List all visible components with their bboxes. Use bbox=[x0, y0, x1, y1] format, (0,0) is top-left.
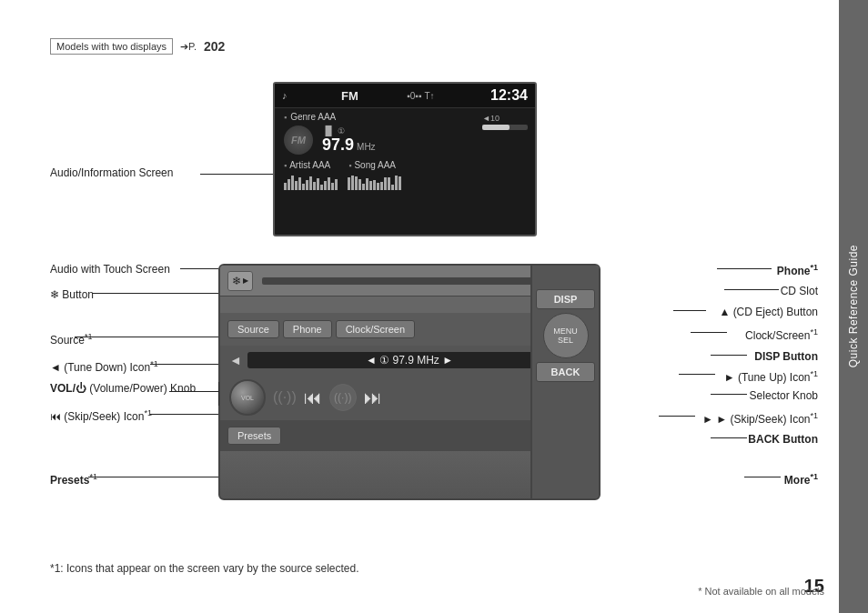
eq-bar-30 bbox=[399, 176, 401, 190]
screen-volume-fill bbox=[482, 125, 510, 130]
audio-information-screen-text: Audio/Information Screen bbox=[50, 166, 173, 179]
eq-bar-20 bbox=[362, 184, 365, 190]
skip-left-icon: ⏮ bbox=[50, 410, 64, 423]
eq-bar-1 bbox=[284, 183, 287, 190]
screen-fm-label: FM bbox=[341, 89, 358, 103]
screen-genre-text: Genre AAA bbox=[290, 112, 336, 122]
screen-volume-area: ◄10 bbox=[482, 114, 528, 130]
eq-bar-21 bbox=[366, 178, 368, 190]
badge-arrow: ➔P. bbox=[180, 41, 197, 53]
skip-seek-left-label: ⏮ (Skip/Seek) Icon*1 bbox=[50, 408, 152, 423]
line-tune-down bbox=[150, 364, 218, 365]
source-button[interactable]: Source bbox=[227, 320, 279, 338]
line-presets bbox=[88, 477, 218, 477]
cd-eject-text: (CD Eject) Button bbox=[733, 306, 818, 318]
tune-down-icon[interactable]: ◄ bbox=[229, 353, 242, 367]
line-tune-up bbox=[679, 374, 715, 375]
line-audio-screen bbox=[200, 174, 273, 175]
sel-label: SEL bbox=[558, 336, 573, 345]
more-superscript: *1 bbox=[810, 472, 818, 481]
eq-bar-13 bbox=[328, 177, 330, 190]
phone-button[interactable]: Phone bbox=[283, 320, 332, 338]
arrow-right-icon: ▶ bbox=[243, 276, 248, 285]
presets-button[interactable]: Presets bbox=[227, 427, 281, 445]
screen-artist-song-row: ▪ Artist AAA ▪ Song AAA bbox=[284, 160, 526, 170]
clock-screen-button[interactable]: Clock/Screen bbox=[336, 320, 415, 338]
sidebar-label: Quick Reference Guide bbox=[847, 245, 860, 367]
footnote-text: *1: Icons that appear on the screen vary… bbox=[50, 562, 359, 575]
tune-down-text: (Tune Down) Icon bbox=[64, 361, 150, 374]
eq-bar-7 bbox=[306, 180, 308, 190]
skip-right-text: (Skip/Seek) Icon bbox=[730, 413, 810, 426]
disp-button-label: DISP Button bbox=[754, 350, 818, 363]
skip-seek-right-label: ► ► (Skip/Seek) Icon*1 bbox=[702, 411, 818, 426]
skip-seek-right-icon[interactable]: ⏭ bbox=[364, 387, 382, 408]
clock-screen-label: Clock/Screen*1 bbox=[745, 327, 818, 342]
snowflake-button-label: ❄ Button bbox=[50, 288, 94, 301]
center-antenna-icon: ((·)) bbox=[329, 384, 357, 411]
eq-bar-29 bbox=[395, 176, 398, 190]
not-available-notice: * Not available on all models bbox=[698, 586, 824, 597]
line-snowflake bbox=[93, 293, 218, 294]
eq-bar-26 bbox=[384, 177, 387, 190]
phone-label: Phone*1 bbox=[777, 263, 818, 277]
audio-touch-screen-text: Audio with Touch Screen bbox=[50, 263, 170, 276]
eq-bar-17 bbox=[351, 176, 354, 190]
snowflake-button[interactable]: ❄ ▶ bbox=[227, 271, 253, 291]
menu-label: MENU bbox=[553, 327, 578, 336]
source-label: Source*1 bbox=[50, 332, 93, 347]
audio-information-screen: ♪ FM ▪0▪▪ T↑ 12:34 ◄10 ▪ Genre AAA FM ▐▌ bbox=[273, 82, 537, 236]
screen-time: 12:34 bbox=[490, 87, 528, 104]
badge-page: 202 bbox=[204, 39, 225, 54]
eq-bar-19 bbox=[358, 179, 361, 190]
back-button-text: BACK Button bbox=[748, 433, 818, 446]
line-back bbox=[711, 437, 747, 438]
tune-up-arrow: ► bbox=[724, 371, 738, 384]
badge-text: Models with two displays bbox=[50, 38, 173, 55]
more-text: More bbox=[784, 474, 811, 487]
screen-artist-text: Artist AAA bbox=[289, 160, 330, 170]
eq-bar-24 bbox=[377, 183, 379, 190]
disp-button[interactable]: DISP bbox=[536, 289, 595, 309]
vol-knob-label: VOL/⏻ (Volume/Power) Knob bbox=[50, 382, 196, 395]
tune-up-label: ► (Tune Up) Icon*1 bbox=[724, 369, 818, 384]
line-cd-eject bbox=[673, 310, 706, 311]
audio-touch-screen-label: Audio with Touch Screen bbox=[50, 263, 170, 276]
back-button-label: BACK Button bbox=[748, 433, 818, 446]
screen-header: ♪ FM ▪0▪▪ T↑ 12:34 bbox=[275, 84, 535, 108]
line-skip-right bbox=[659, 416, 695, 417]
antenna-icon: T↑ bbox=[424, 91, 434, 101]
eq-bar-11 bbox=[320, 185, 323, 190]
eq-bar-9 bbox=[313, 182, 316, 190]
screen-song-text: Song AAA bbox=[354, 160, 396, 170]
selector-knob[interactable]: MENU SEL bbox=[543, 313, 589, 358]
selector-knob-text: Selector Knob bbox=[750, 389, 818, 402]
eq-bar-28 bbox=[391, 185, 394, 190]
disp-text: DISP Button bbox=[754, 350, 818, 363]
settings-spacer bbox=[536, 269, 595, 286]
top-badge: Models with two displays ➔P. 202 bbox=[50, 38, 225, 55]
eq-bar-18 bbox=[355, 176, 358, 190]
screen-status-icons: ▪0▪▪ T↑ bbox=[407, 91, 434, 101]
snowflake-icon: ❄ bbox=[232, 275, 241, 287]
eq-bar-3 bbox=[291, 176, 294, 190]
screen-frequency-display: ▐▌ ① 97.9 MHz bbox=[322, 126, 376, 155]
skip-seek-left-icon[interactable]: ⏮ bbox=[304, 387, 322, 408]
not-available-text: * Not available on all models bbox=[698, 586, 824, 597]
screen-volume-bar bbox=[482, 125, 528, 130]
phone-superscript: *1 bbox=[810, 263, 818, 272]
back-button[interactable]: BACK bbox=[536, 362, 595, 382]
screen-artist: ▪ Artist AAA bbox=[284, 160, 330, 170]
line-vol-knob bbox=[169, 391, 218, 392]
eq-bar-2 bbox=[288, 179, 290, 190]
vol-knob-text: (Volume/Power) Knob bbox=[89, 382, 196, 395]
presets-label: Presets*1 bbox=[50, 472, 97, 487]
cd-eject-label: ▲ (CD Eject) Button bbox=[719, 306, 818, 318]
line-disp bbox=[711, 355, 747, 356]
line-selector bbox=[711, 394, 747, 395]
screen-mhz-label: MHz bbox=[357, 142, 376, 152]
unit-right-buttons: DISP MENU SEL BACK bbox=[530, 266, 599, 500]
tune-down-arrow: ◄ bbox=[50, 361, 64, 374]
vol-power-knob[interactable]: VOL bbox=[229, 379, 266, 416]
line-more bbox=[744, 477, 781, 477]
